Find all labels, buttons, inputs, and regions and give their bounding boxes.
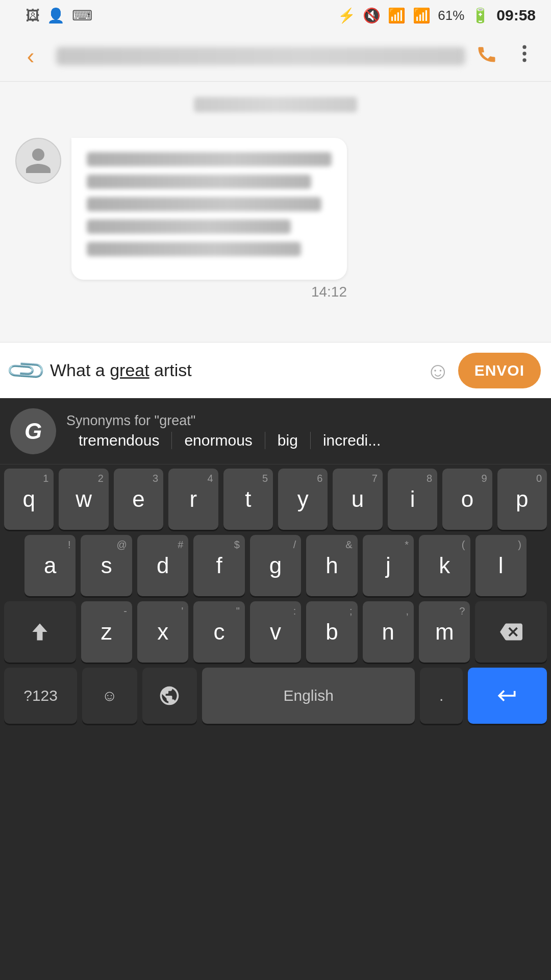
- key-t[interactable]: 5t: [223, 469, 273, 530]
- key-row-3: -z 'x "c :v ;b ,n ?m: [4, 601, 547, 663]
- blurred-line-3: [87, 197, 321, 211]
- back-button[interactable]: ‹: [15, 41, 46, 71]
- synonym-words: tremendous enormous big incredi...: [66, 432, 541, 449]
- contact-name: [56, 47, 465, 65]
- key-u[interactable]: 7u: [333, 469, 382, 530]
- key-c[interactable]: "c: [193, 601, 244, 663]
- key-a[interactable]: !a: [24, 535, 76, 596]
- photo-icon: 🖼: [26, 7, 40, 24]
- keyboard-icon: ⌨: [72, 7, 92, 24]
- key-s[interactable]: @s: [81, 535, 132, 596]
- key-k[interactable]: (k: [419, 535, 470, 596]
- key-q[interactable]: 1q: [4, 469, 54, 530]
- synonym-label: Synonyms for "great": [66, 413, 541, 429]
- message-row: 14:12: [15, 138, 536, 280]
- chat-header: ‹: [0, 31, 551, 82]
- status-time: 09:58: [496, 7, 536, 24]
- backspace-key[interactable]: [475, 601, 547, 663]
- synonym-word-4[interactable]: incredi...: [311, 432, 393, 449]
- key-n[interactable]: ,n: [363, 601, 414, 663]
- key-p[interactable]: 0p: [497, 469, 547, 530]
- key-d[interactable]: #d: [137, 535, 188, 596]
- period-key[interactable]: .: [420, 668, 463, 724]
- underlined-word: great: [110, 360, 149, 380]
- attach-icon[interactable]: 📎: [5, 349, 48, 392]
- key-v[interactable]: :v: [250, 601, 301, 663]
- key-j[interactable]: *j: [363, 535, 414, 596]
- key-h[interactable]: &h: [306, 535, 357, 596]
- battery-icon: 🔋: [471, 7, 489, 24]
- message-time: 14:12: [311, 284, 347, 300]
- wifi-icon: 📶: [388, 7, 406, 24]
- svg-point-2: [522, 58, 526, 62]
- key-row-2: !a @s #d $f /g &h *j (k )l: [4, 535, 547, 596]
- avatar: [15, 138, 61, 184]
- emoji-bottom-icon: ☺: [102, 687, 118, 704]
- status-right-icons: ⚡ 🔇 📶 📶 61% 🔋 09:58: [338, 7, 536, 24]
- period-label: .: [439, 687, 443, 704]
- person-check-icon: 👤: [47, 7, 65, 24]
- synonym-word-1[interactable]: tremendous: [66, 432, 172, 449]
- shift-key[interactable]: [4, 601, 76, 663]
- key-b[interactable]: ;b: [306, 601, 357, 663]
- chat-area: 14:12: [0, 82, 551, 352]
- key-i[interactable]: 8i: [388, 469, 437, 530]
- globe-key[interactable]: [142, 668, 197, 724]
- key-x[interactable]: 'x: [137, 601, 188, 663]
- numeric-label: ?123: [23, 687, 58, 704]
- date-label: [194, 97, 357, 112]
- back-arrow-icon: ‹: [27, 43, 35, 69]
- key-f[interactable]: $f: [193, 535, 244, 596]
- key-m[interactable]: ?m: [419, 601, 470, 663]
- svg-point-0: [522, 45, 526, 48]
- input-bar: 📎 What a great artist ☺ ENVOI: [0, 342, 551, 398]
- mute-icon: 🔇: [363, 7, 381, 24]
- key-w[interactable]: 2w: [59, 469, 108, 530]
- keyboard: G Synonyms for "great" tremendous enormo…: [0, 398, 551, 980]
- space-key[interactable]: English: [202, 668, 415, 724]
- keyboard-rows: 1q 2w 3e 4r 5t 6y 7u 8i 9o 0p !a @s #d $…: [0, 464, 551, 663]
- synonym-word-3[interactable]: big: [265, 432, 311, 449]
- status-bar: 🖼 👤 ⌨ ⚡ 🔇 📶 📶 61% 🔋 09:58: [0, 0, 551, 31]
- message-input[interactable]: What a great artist: [50, 360, 418, 380]
- key-y[interactable]: 6y: [278, 469, 328, 530]
- enter-key[interactable]: [468, 668, 547, 724]
- synonym-bar: G Synonyms for "great" tremendous enormo…: [0, 398, 551, 464]
- send-button[interactable]: ENVOI: [458, 353, 541, 388]
- numeric-key[interactable]: ?123: [4, 668, 77, 724]
- key-l[interactable]: )l: [475, 535, 527, 596]
- status-icons-left: 🖼 👤 ⌨: [26, 7, 92, 24]
- emoji-key[interactable]: ☺: [82, 668, 137, 724]
- keyboard-bottom-row: ?123 ☺ English .: [0, 663, 551, 734]
- grammarly-g-letter: G: [24, 419, 42, 444]
- key-r[interactable]: 4r: [168, 469, 218, 530]
- more-options-icon[interactable]: [513, 42, 536, 70]
- signal-icon: 📶: [413, 7, 431, 24]
- key-e[interactable]: 3e: [114, 469, 163, 530]
- battery-label: 61%: [438, 8, 464, 23]
- header-actions: [475, 42, 536, 70]
- blurred-line-5: [87, 242, 301, 256]
- message-bubble: 14:12: [71, 138, 347, 280]
- key-z[interactable]: -z: [81, 601, 132, 663]
- phone-call-icon[interactable]: [475, 42, 498, 70]
- grammarly-logo: G: [10, 408, 56, 454]
- synonym-word-2[interactable]: enormous: [172, 432, 265, 449]
- bluetooth-icon: ⚡: [338, 7, 356, 24]
- blurred-line-2: [87, 175, 311, 189]
- emoji-icon[interactable]: ☺: [426, 357, 450, 384]
- svg-point-1: [522, 52, 526, 55]
- blurred-line-1: [87, 152, 332, 166]
- space-label: English: [283, 687, 333, 704]
- blurred-line-4: [87, 219, 291, 234]
- key-row-1: 1q 2w 3e 4r 5t 6y 7u 8i 9o 0p: [4, 469, 547, 530]
- key-o[interactable]: 9o: [442, 469, 492, 530]
- key-g[interactable]: /g: [250, 535, 301, 596]
